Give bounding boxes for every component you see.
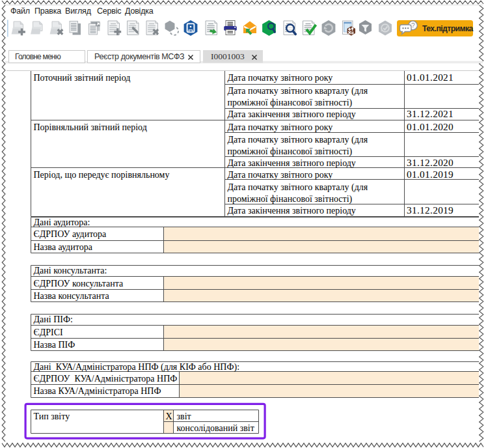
svg-text:Дата початку звітного року: Дата початку звітного року bbox=[228, 122, 333, 132]
svg-text:проміжної фінансової звітності: проміжної фінансової звітності) bbox=[228, 194, 353, 204]
svg-text:консолідований звіт: консолідований звіт bbox=[177, 423, 254, 433]
svg-text:ЄДРІСІ: ЄДРІСІ bbox=[34, 328, 64, 337]
svg-text:Дата закінчення звітного періо: Дата закінчення звітного періоду bbox=[228, 206, 356, 216]
svg-text:31.12.2021: 31.12.2021 bbox=[407, 108, 454, 119]
svg-text:Назва консультанта: Назва консультанта bbox=[34, 291, 110, 301]
svg-text:Вигляд: Вигляд bbox=[65, 7, 92, 16]
svg-text:Дата початку звітного року: Дата початку звітного року bbox=[228, 170, 333, 180]
svg-text:проміжної фінансової звітності: проміжної фінансової звітності) bbox=[228, 147, 353, 157]
svg-text:Назва аудитора: Назва аудитора bbox=[34, 242, 93, 252]
svg-text:Файл: Файл bbox=[10, 7, 30, 16]
svg-text:Правка: Правка bbox=[34, 7, 61, 16]
svg-text:Головне меню: Головне меню bbox=[15, 52, 61, 61]
svg-text:Сервіс: Сервіс bbox=[97, 7, 121, 16]
svg-text:проміжної фінансової звітності: проміжної фінансової звітності) bbox=[228, 98, 353, 108]
svg-text:Назва КУА/Адміністратора НПФ: Назва КУА/Адміністратора НПФ bbox=[34, 386, 161, 396]
svg-text:Порівняльний звітний період: Порівняльний звітний період bbox=[34, 122, 147, 132]
svg-text:Дата початку звітного року: Дата початку звітного року bbox=[228, 73, 333, 83]
svg-text:01.01.2020: 01.01.2020 bbox=[407, 121, 454, 132]
svg-text:Дані ПІФ:: Дані ПІФ: bbox=[34, 315, 73, 324]
svg-text:Дані аудитора:: Дані аудитора: bbox=[34, 217, 90, 227]
svg-text:Період, що передує порівняльно: Період, що передує порівняльному bbox=[34, 170, 170, 180]
svg-text:31.12.2020: 31.12.2020 bbox=[407, 157, 454, 168]
svg-text:X: X bbox=[166, 412, 172, 421]
svg-text:Довідка: Довідка bbox=[125, 7, 154, 16]
svg-text:I0001003: I0001003 bbox=[211, 51, 245, 61]
svg-text:Реєстр документів МСФЗ: Реєстр документів МСФЗ bbox=[94, 52, 184, 61]
svg-text:?: ? bbox=[411, 22, 415, 29]
svg-text:Дата закінчення звітного періо: Дата закінчення звітного періоду bbox=[228, 158, 356, 168]
svg-text:звіт: звіт bbox=[177, 412, 191, 421]
svg-text:Тип звіту: Тип звіту bbox=[34, 412, 70, 421]
svg-text:01.01.2021: 01.01.2021 bbox=[407, 72, 454, 83]
svg-text:Поточний звітний період: Поточний звітний період bbox=[34, 73, 131, 83]
svg-text:Дата початку звітного кварталу: Дата початку звітного кварталу (для bbox=[228, 182, 368, 193]
svg-text:ЄДРПОУ КУА/Адміністратора НПФ: ЄДРПОУ КУА/Адміністратора НПФ bbox=[34, 374, 178, 384]
svg-text:01.01.2019: 01.01.2019 bbox=[407, 169, 454, 180]
svg-text:31.12.2019: 31.12.2019 bbox=[407, 204, 454, 216]
svg-text:Дата початку звітного кварталу: Дата початку звітного кварталу (для bbox=[228, 86, 368, 96]
svg-text:ЄДРПОУ консультанта: ЄДРПОУ консультанта bbox=[34, 279, 124, 288]
svg-text:Дата закінчення звітного періо: Дата закінчення звітного періоду bbox=[228, 109, 356, 119]
svg-text:Тех.підтримка: Тех.підтримка bbox=[422, 24, 474, 33]
svg-text:Назва ПІФ: Назва ПІФ bbox=[34, 340, 75, 350]
svg-text:Дані КУА/Адміністратора НПФ (: Дані КУА/Адміністратора НПФ (для КІФ або… bbox=[34, 362, 240, 372]
svg-text:ЄДРПОУ аудитора: ЄДРПОУ аудитора bbox=[34, 229, 107, 239]
svg-text:Дані консультанта:: Дані консультанта: bbox=[34, 266, 107, 275]
svg-text:Дата початку звітного кварталу: Дата початку звітного кварталу (для bbox=[228, 135, 368, 145]
